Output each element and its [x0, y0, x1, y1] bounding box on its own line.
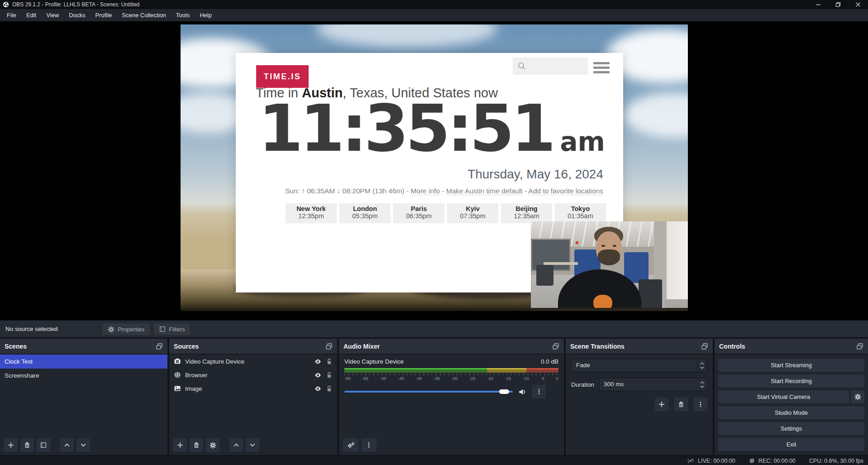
- close-button[interactable]: [848, 0, 868, 9]
- controls-title: Controls: [719, 343, 856, 350]
- cloud: [316, 24, 497, 47]
- scene-filters-button[interactable]: [37, 438, 50, 452]
- move-source-down-button[interactable]: [246, 438, 259, 452]
- source-item-video-capture[interactable]: Video Capture Device: [169, 355, 337, 368]
- exit-button[interactable]: Exit: [718, 438, 864, 451]
- chevron-up-down-icon[interactable]: [697, 359, 707, 372]
- visibility-eye-icon[interactable]: [314, 385, 322, 393]
- sources-dock-header[interactable]: Sources: [169, 339, 337, 355]
- menu-file[interactable]: File: [2, 10, 21, 20]
- obs-window: OBS 29.1.2 - Profile: LLHLS BETA - Scene…: [0, 0, 868, 465]
- add-scene-button[interactable]: [4, 438, 18, 452]
- start-recording-button[interactable]: Start Recording: [718, 374, 864, 388]
- volume-slider[interactable]: [344, 391, 513, 393]
- duration-value: 300 ms: [599, 378, 697, 391]
- advanced-audio-button[interactable]: [343, 438, 358, 452]
- remove-scene-button[interactable]: [20, 438, 34, 452]
- scene-item-screenshare[interactable]: Screenshare: [0, 369, 167, 383]
- add-favorite-link: Add to favorite locations: [529, 187, 603, 195]
- start-virtual-camera-button[interactable]: Start Virtual Camera: [718, 390, 849, 403]
- menu-scene-collection[interactable]: Scene Collection: [117, 10, 171, 20]
- popout-icon: [701, 343, 708, 350]
- cpu-fps-stats: CPU: 0.6%, 30.00 fps: [809, 458, 863, 464]
- source-item-image[interactable]: Image: [169, 382, 337, 395]
- transitions-dock-header[interactable]: Scene Transitions: [566, 339, 713, 355]
- popout-icon: [856, 343, 863, 350]
- transition-select[interactable]: Fade: [571, 359, 707, 372]
- virtual-camera-config-button[interactable]: [851, 390, 864, 403]
- gear-icon: [108, 326, 114, 333]
- image-icon: [174, 385, 181, 392]
- move-scene-down-button[interactable]: [76, 438, 90, 452]
- mixer-channel-name: Video Capture Device: [344, 358, 541, 365]
- context-status-text: No source selected: [5, 326, 58, 332]
- duration-spinbox[interactable]: 300 ms: [599, 378, 707, 391]
- lock-icon[interactable]: [326, 372, 333, 379]
- remove-source-button[interactable]: [190, 438, 203, 452]
- move-source-up-button[interactable]: [229, 438, 243, 452]
- gear-icon: [854, 393, 861, 400]
- mixer-channel: Video Capture Device 0.0 dB -60-55-50-45…: [339, 355, 564, 398]
- properties-button[interactable]: Properties: [102, 323, 150, 335]
- camera-icon: [174, 358, 181, 365]
- volume-meter: [344, 368, 558, 373]
- visibility-eye-icon[interactable]: [314, 358, 322, 365]
- world-clock-paris: Paris06:35pm: [393, 203, 444, 223]
- lock-icon[interactable]: [326, 358, 333, 365]
- settings-button[interactable]: Settings: [718, 422, 864, 435]
- webcam-source[interactable]: [531, 221, 688, 311]
- audio-mixer-title: Audio Mixer: [343, 343, 552, 350]
- live-timer: LIVE: 00:00:00: [698, 458, 735, 464]
- visibility-eye-icon[interactable]: [314, 371, 322, 379]
- add-transition-button[interactable]: [655, 398, 668, 411]
- move-scene-up-button[interactable]: [60, 438, 74, 452]
- program-canvas[interactable]: TIME.IS Time in Austin, Texas, United St…: [181, 24, 688, 311]
- scenes-title: Scenes: [5, 343, 156, 350]
- scenes-list: Clock Test Screenshare: [0, 355, 167, 435]
- remove-transition-button[interactable]: [674, 398, 688, 411]
- studio-mode-button[interactable]: Studio Mode: [718, 406, 864, 419]
- search-icon: [517, 62, 526, 71]
- source-item-browser[interactable]: Browser: [169, 368, 337, 382]
- timeis-clock: 11:35:51 am: [258, 95, 605, 162]
- clock-digits: 11:35:51: [258, 95, 553, 162]
- scene-item-clock-test[interactable]: Clock Test: [0, 355, 167, 369]
- clock-ampm: am: [560, 126, 605, 157]
- filters-button[interactable]: Filters: [154, 323, 190, 335]
- status-bar: LIVE: 00:00:00 REC: 00:00:00 CPU: 0.6%, …: [0, 456, 868, 465]
- menu-docks[interactable]: Docks: [64, 10, 90, 20]
- volume-slider-handle[interactable]: [499, 389, 509, 394]
- restore-button[interactable]: [828, 0, 848, 9]
- mixer-menu-button[interactable]: [361, 438, 377, 452]
- source-properties-button[interactable]: [206, 438, 219, 452]
- title-bar[interactable]: OBS 29.1.2 - Profile: LLHLS BETA - Scene…: [0, 0, 868, 9]
- transitions-title: Scene Transitions: [570, 343, 701, 350]
- globe-icon: [174, 371, 181, 379]
- menu-view[interactable]: View: [41, 10, 64, 20]
- lock-icon[interactable]: [326, 385, 333, 392]
- menu-edit[interactable]: Edit: [21, 10, 41, 20]
- audio-mixer-dock-header[interactable]: Audio Mixer: [339, 339, 564, 355]
- minimize-button[interactable]: [808, 0, 828, 9]
- start-streaming-button[interactable]: Start Streaming: [718, 359, 864, 372]
- menu-tools[interactable]: Tools: [171, 10, 195, 20]
- timeis-logo: TIME.IS: [256, 65, 309, 88]
- mixer-toolbar: [339, 435, 564, 455]
- menu-profile[interactable]: Profile: [90, 10, 117, 20]
- record-status-icon: [749, 458, 755, 464]
- world-clock-kyiv: Kyiv07:35pm: [447, 203, 498, 223]
- add-source-button[interactable]: [173, 438, 187, 452]
- mixer-channel-menu-button[interactable]: [532, 385, 546, 398]
- context-bar: No source selected Properties Filters: [0, 320, 868, 337]
- speaker-icon[interactable]: [518, 388, 527, 396]
- world-clocks-row: New York12:35pm London05:35pm Paris06:35…: [286, 203, 606, 223]
- scenes-dock-header[interactable]: Scenes: [0, 339, 167, 355]
- scene-transitions-dock: Scene Transitions Fade Duration: [566, 339, 713, 455]
- rec-timer: REC: 00:00:00: [758, 458, 796, 464]
- transition-menu-button[interactable]: [694, 398, 707, 411]
- spinner-arrows-icon[interactable]: [697, 378, 707, 391]
- sources-toolbar: [169, 435, 337, 455]
- world-clock-tokyo: Tokyo01:35am: [555, 203, 606, 223]
- menu-help[interactable]: Help: [195, 10, 217, 20]
- controls-dock-header[interactable]: Controls: [715, 339, 868, 355]
